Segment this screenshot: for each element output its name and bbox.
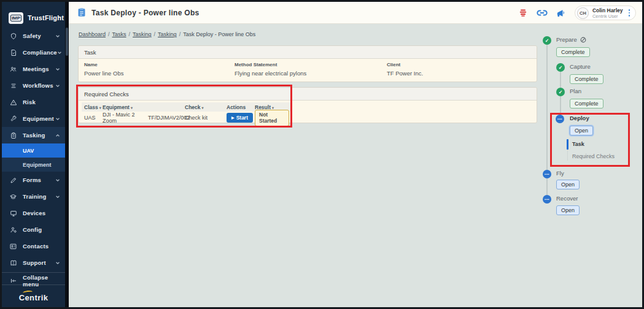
scrollbar-thumb[interactable] — [66, 28, 68, 56]
chevron-down-icon — [55, 178, 60, 183]
sidebar: IMP TrustFlight Safety Compliance Meetin… — [2, 2, 65, 307]
shield-icon — [9, 32, 17, 40]
sidebar-item-training[interactable]: Training — [2, 188, 65, 205]
task-panel-title: Task — [79, 46, 537, 59]
task-panel: Task Name Power line Obs Method Statemen… — [78, 45, 537, 82]
chevron-down-icon — [55, 116, 60, 121]
wrench-icon — [9, 115, 17, 123]
main-content: Dashboard/Tasks/Tasking/Tasking/Task Dep… — [69, 24, 642, 307]
column-class[interactable]: Class▾ — [84, 104, 103, 110]
column-check[interactable]: Check▾ — [185, 104, 227, 110]
sidebar-item-devices[interactable]: Devices — [2, 205, 65, 221]
step-complete-icon: ✓ — [556, 63, 565, 72]
page-title: Task Deploy - Power line Obs — [91, 9, 200, 17]
id-card-icon — [9, 243, 17, 250]
step-open-icon: ••• — [543, 195, 551, 204]
field-client: Client TF Power Inc. — [387, 62, 423, 77]
breadcrumb-current: Task Deploy - Power line Obs — [183, 31, 255, 37]
field-name: Name Power line Obs — [84, 62, 123, 77]
skip-icon[interactable] — [580, 37, 586, 43]
breadcrumb-dashboard[interactable]: Dashboard — [79, 31, 106, 37]
breadcrumb-tasks[interactable]: Tasks — [112, 31, 126, 37]
brand: IMP TrustFlight — [2, 2, 65, 28]
notifications-icon[interactable] — [518, 7, 529, 18]
avatar: CH — [577, 7, 589, 19]
subitem-connector — [567, 150, 568, 161]
cell-result: Not Started — [255, 110, 289, 126]
deploy-open-button[interactable]: Open — [570, 126, 593, 135]
sidebar-group-tasking: Tasking UAV Equipment — [2, 127, 65, 172]
sidebar-item-meetings[interactable]: Meetings — [2, 61, 65, 77]
required-checks-panel: Required Checks Class▾ Equipment▾ Check▾… — [78, 87, 537, 123]
kebab-menu-icon[interactable] — [627, 9, 632, 17]
imp-logo: IMP — [9, 12, 23, 24]
chevron-up-icon — [55, 133, 60, 138]
task-document-icon — [77, 8, 86, 17]
pencil-icon — [9, 177, 17, 184]
column-equipment[interactable]: Equipment▾ — [103, 104, 185, 110]
active-subitem-indicator — [567, 139, 568, 150]
step-open-icon: ••• — [556, 115, 564, 123]
sidebar-item-forms[interactable]: Forms — [2, 172, 65, 188]
breadcrumb-tasking-2[interactable]: Tasking — [158, 31, 177, 37]
megaphone-icon[interactable] — [556, 7, 567, 18]
sidebar-subitem-equipment[interactable]: Equipment — [2, 158, 65, 172]
required-checks-title: Required Checks — [79, 88, 537, 101]
sort-arrow-icon: ▾ — [131, 106, 133, 110]
chevron-down-icon — [55, 194, 60, 199]
workflow-step-plan: Plan — [570, 88, 581, 94]
play-icon: ▶ — [231, 116, 235, 120]
step-complete-icon: ✓ — [543, 36, 551, 45]
sort-arrow-icon: ▾ — [99, 106, 101, 110]
workflow-step-prepare: Prepare — [556, 36, 586, 43]
step-complete-icon: ✓ — [556, 88, 565, 96]
cell-equipment-serial: TF/DJIMAV2/002 — [148, 115, 185, 121]
monitor-icon — [9, 210, 17, 217]
sidebar-item-config[interactable]: Config — [2, 221, 65, 238]
table-row: UAS DJI - Mavic 2 Zoom TF/DJIMAV2/002 Ch… — [82, 112, 291, 124]
sidebar-item-contacts[interactable]: Contacts — [2, 238, 65, 254]
cell-check: Check kit — [185, 115, 227, 121]
sidebar-item-workflows[interactable]: Workflows — [2, 77, 65, 94]
centrik-logo: Centrik — [2, 284, 65, 303]
chevron-down-icon — [55, 83, 60, 88]
sidebar-item-safety[interactable]: Safety — [2, 28, 65, 44]
document-check-icon — [9, 49, 17, 56]
sidebar-item-risk[interactable]: Risk — [2, 94, 65, 110]
stacked-lines-icon — [9, 82, 17, 90]
start-button[interactable]: ▶Start — [227, 113, 253, 123]
sidebar-item-compliance[interactable]: Compliance — [2, 44, 65, 61]
cell-equipment-name: DJI - Mavic 2 Zoom — [103, 112, 148, 124]
chevron-down-icon — [55, 261, 60, 265]
book-icon — [9, 259, 17, 267]
deploy-subitem-required-checks[interactable]: Required Checks — [572, 153, 615, 159]
sidebar-subitem-uav[interactable]: UAV — [2, 143, 65, 158]
sidebar-item-support[interactable]: Support — [2, 254, 65, 271]
prepare-complete-button[interactable]: Complete — [556, 47, 590, 57]
people-icon — [9, 66, 17, 73]
chevron-down-icon — [55, 34, 60, 39]
person-gear-icon — [9, 226, 17, 234]
sidebar-item-tasking[interactable]: Tasking — [2, 127, 65, 143]
cell-actions: ▶Start — [227, 113, 255, 123]
recover-open-button[interactable]: Open — [556, 205, 580, 215]
cell-class: UAS — [84, 115, 103, 121]
graduation-cap-icon — [9, 193, 17, 200]
user-name: Colin Harley — [592, 7, 623, 13]
breadcrumb: Dashboard/Tasks/Tasking/Tasking/Task Dep… — [79, 31, 255, 37]
link-icon[interactable] — [537, 7, 548, 18]
workflow-step-deploy: Deploy — [570, 115, 589, 121]
plan-complete-button[interactable]: Complete — [570, 99, 603, 109]
user-menu[interactable]: CH Colin Harley Centrik User — [575, 6, 636, 20]
capture-complete-button[interactable]: Complete — [570, 74, 603, 84]
workflow-step-fly: Fly — [556, 170, 564, 177]
warning-triangle-icon — [9, 99, 17, 106]
step-open-icon: ••• — [543, 170, 551, 178]
top-header: Task Deploy - Power line Obs CH Colin Ha… — [69, 2, 642, 24]
fly-open-button[interactable]: Open — [556, 180, 580, 189]
deploy-subitem-task[interactable]: Task — [572, 141, 584, 147]
user-role: Centrik User — [592, 13, 623, 19]
sidebar-item-equipment[interactable]: Equipment — [2, 110, 65, 127]
clipboard-icon — [9, 132, 17, 139]
breadcrumb-tasking-1[interactable]: Tasking — [133, 31, 152, 37]
